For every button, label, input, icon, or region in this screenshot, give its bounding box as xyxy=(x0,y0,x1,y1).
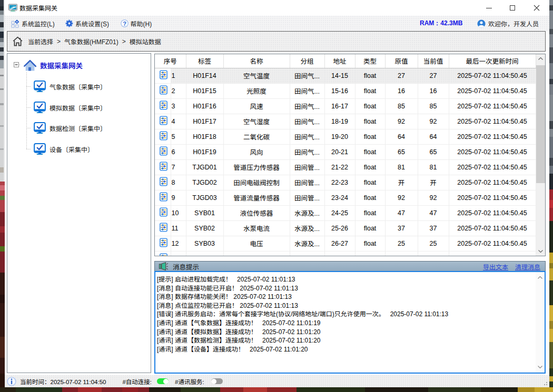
svg-text:?: ? xyxy=(123,21,126,27)
